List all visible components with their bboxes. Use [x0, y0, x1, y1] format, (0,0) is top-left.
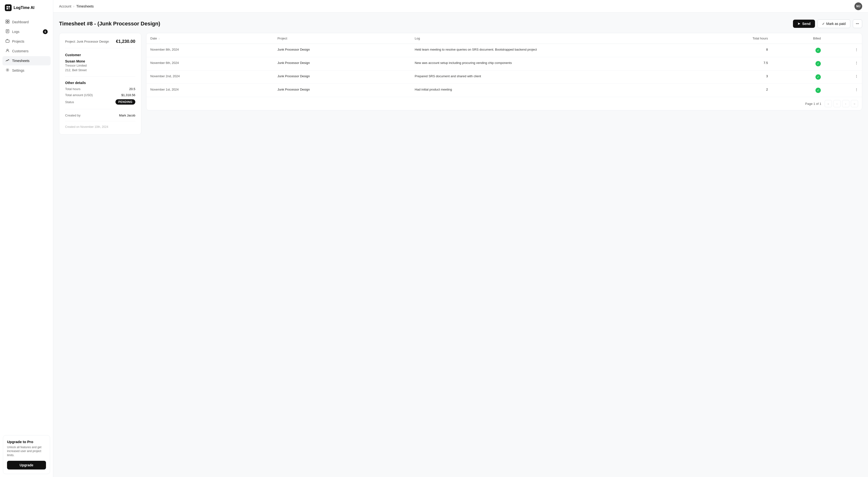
billed-check-icon: ✓ — [815, 61, 821, 66]
upgrade-button[interactable]: Upgrade — [7, 461, 46, 470]
sidebar-item-dashboard[interactable]: Dashboard — [2, 18, 51, 27]
sidebar-item-customers[interactable]: Customers — [2, 47, 51, 56]
sidebar-item-logs[interactable]: Logs 6 — [2, 27, 51, 36]
timesheets-label: Timesheets — [12, 59, 30, 63]
app-name: LogTime AI — [13, 6, 34, 10]
divider-2 — [65, 109, 135, 109]
page-content: Timesheet #8 - (Junk Processor Design) S… — [53, 12, 868, 477]
svg-rect-5 — [8, 20, 9, 21]
col-log: Log — [411, 33, 692, 44]
row-action-btn-3[interactable]: ⋮ — [825, 84, 862, 97]
more-options-button[interactable]: ··· — [853, 19, 862, 28]
sidebar-item-projects[interactable]: Projects — [2, 37, 51, 46]
customers-icon — [5, 49, 10, 54]
project-amount: €1,230.00 — [116, 39, 135, 44]
customer-address: 212, Bell Street — [65, 68, 135, 72]
col-project: Project — [274, 33, 411, 44]
mark-paid-button[interactable]: ✓ Mark as paid — [817, 19, 850, 28]
project-label: Project: Junk Processor Design — [65, 40, 109, 43]
table-header: Date ↕ Project Log Total hours — [147, 33, 862, 44]
dashboard-label: Dashboard — [12, 20, 29, 24]
row-action-btn-0[interactable]: ⋮ — [825, 44, 862, 57]
svg-rect-12 — [6, 40, 9, 42]
status-badge: PENDING — [116, 99, 135, 105]
total-amount-value: $1,318.56 — [121, 93, 135, 97]
svg-rect-6 — [6, 22, 7, 23]
status-label: Status — [65, 100, 74, 104]
col-billed: Billed — [772, 33, 825, 44]
created-footer: Created on November 10th, 2024 — [65, 121, 135, 128]
cell-hours-1: 7.5 — [692, 57, 772, 70]
status-row: Status PENDING — [65, 99, 135, 105]
settings-icon — [5, 68, 10, 73]
pagination: Page 1 of 1 « ‹ › » — [147, 97, 862, 110]
col-total-hours: Total hours — [692, 33, 772, 44]
project-header: Project: Junk Processor Design €1,230.00 — [65, 39, 135, 48]
cell-log-2: Prepared SRS document and shared with cl… — [411, 70, 692, 84]
cell-hours-2: 3 — [692, 70, 772, 84]
upgrade-card: Upgrade to Pro Unlock all features and g… — [3, 435, 50, 474]
table-row: November 8th, 2024 Junk Processor Design… — [147, 44, 862, 57]
upgrade-title: Upgrade to Pro — [7, 440, 46, 444]
sidebar-item-timesheets[interactable]: Timesheets — [2, 56, 51, 65]
table-row: November 6th, 2024 Junk Processor Design… — [147, 57, 862, 70]
cell-hours-3: 2 — [692, 84, 772, 97]
settings-label: Settings — [12, 68, 25, 72]
breadcrumb: Account › Timesheets — [59, 4, 94, 8]
app-logo: LogTime AI — [0, 0, 53, 16]
svg-rect-3 — [8, 8, 10, 9]
logs-icon — [5, 29, 10, 34]
page-first-button[interactable]: « — [825, 100, 832, 107]
cell-project-0: Junk Processor Design — [274, 44, 411, 57]
cell-project-2: Junk Processor Design — [274, 70, 411, 84]
cell-date-0: November 8th, 2024 — [147, 44, 274, 57]
customer-company: Tressor Limited — [65, 64, 135, 67]
info-card: Project: Junk Processor Design €1,230.00… — [59, 33, 142, 135]
log-table-section: Date ↕ Project Log Total hours — [146, 33, 862, 111]
page-next-button[interactable]: › — [842, 100, 849, 107]
total-amount-label: Total amount (USD) — [65, 93, 93, 97]
page-prev-button[interactable]: ‹ — [833, 100, 841, 107]
svg-point-13 — [7, 49, 8, 51]
svg-rect-0 — [6, 6, 8, 7]
projects-label: Projects — [12, 39, 25, 43]
table-row: November 1st, 2024 Junk Processor Design… — [147, 84, 862, 97]
user-avatar: MJ — [855, 2, 862, 10]
svg-rect-2 — [6, 8, 8, 9]
logs-badge: 6 — [43, 29, 48, 34]
cell-billed-3: ✓ — [772, 84, 825, 97]
sidebar-item-settings[interactable]: Settings — [2, 66, 51, 75]
col-date[interactable]: Date ↕ — [147, 33, 274, 44]
customer-section: Customer Susan Mone Tressor Limited 212,… — [65, 53, 135, 72]
page-last-button[interactable]: » — [851, 100, 858, 107]
other-details-label: Other details — [65, 81, 135, 85]
row-action-btn-2[interactable]: ⋮ — [825, 70, 862, 84]
table-body: November 8th, 2024 Junk Processor Design… — [147, 44, 862, 97]
logs-label: Logs — [12, 30, 19, 34]
total-amount-row: Total amount (USD) $1,318.56 — [65, 93, 135, 97]
log-table: Date ↕ Project Log Total hours — [147, 33, 862, 97]
cell-log-1: New aws account setup including procurin… — [411, 57, 692, 70]
topbar: Account › Timesheets MJ — [53, 0, 868, 12]
cell-project-3: Junk Processor Design — [274, 84, 411, 97]
breadcrumb-parent: Account — [59, 4, 71, 8]
sidebar: LogTime AI Dashboard — [0, 0, 53, 477]
page-info: Page 1 of 1 — [805, 102, 822, 106]
page-title: Timesheet #8 - (Junk Processor Design) — [59, 21, 160, 27]
svg-rect-4 — [6, 20, 7, 21]
cell-project-1: Junk Processor Design — [274, 57, 411, 70]
cell-date-1: November 6th, 2024 — [147, 57, 274, 70]
cell-billed-2: ✓ — [772, 70, 825, 84]
send-icon — [797, 22, 801, 25]
other-details-section: Other details Total hours 20.5 Total amo… — [65, 81, 135, 105]
svg-rect-7 — [8, 22, 9, 23]
cell-log-3: Had initial product meeting — [411, 84, 692, 97]
cell-billed-1: ✓ — [772, 57, 825, 70]
logo-icon — [5, 4, 11, 11]
projects-icon — [5, 39, 10, 44]
breadcrumb-current: Timesheets — [76, 4, 94, 8]
cell-log-0: Held team meeting to resolve queries on … — [411, 44, 692, 57]
total-hours-row: Total hours 20.5 — [65, 87, 135, 91]
row-action-btn-1[interactable]: ⋮ — [825, 57, 862, 70]
send-button[interactable]: Send — [793, 20, 815, 28]
